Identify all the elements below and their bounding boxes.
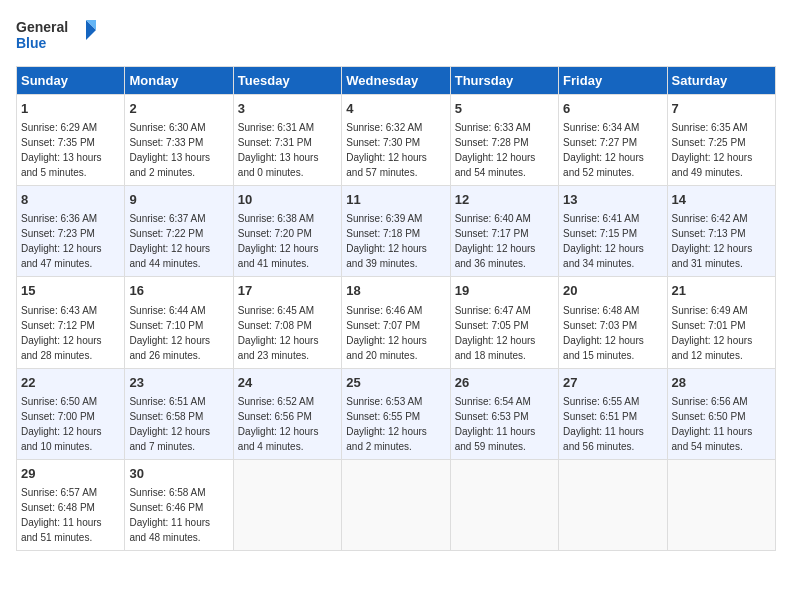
cell-sunrise: Sunrise: 6:31 AM [238, 122, 314, 133]
cell-sunset: Sunset: 6:56 PM [238, 411, 312, 422]
cell-daylight: Daylight: 12 hours and 12 minutes. [672, 335, 753, 361]
cell-daylight: Daylight: 12 hours and 54 minutes. [455, 152, 536, 178]
svg-text:Blue: Blue [16, 35, 47, 51]
week-row-1: 1Sunrise: 6:29 AMSunset: 7:35 PMDaylight… [17, 95, 776, 186]
cell-sunrise: Sunrise: 6:43 AM [21, 305, 97, 316]
cell-sunset: Sunset: 7:03 PM [563, 320, 637, 331]
calendar-cell: 5Sunrise: 6:33 AMSunset: 7:28 PMDaylight… [450, 95, 558, 186]
cell-sunset: Sunset: 6:50 PM [672, 411, 746, 422]
day-number: 4 [346, 100, 445, 118]
cell-sunrise: Sunrise: 6:53 AM [346, 396, 422, 407]
cell-daylight: Daylight: 13 hours and 2 minutes. [129, 152, 210, 178]
cell-daylight: Daylight: 12 hours and 36 minutes. [455, 243, 536, 269]
cell-daylight: Daylight: 12 hours and 20 minutes. [346, 335, 427, 361]
day-number: 2 [129, 100, 228, 118]
day-number: 6 [563, 100, 662, 118]
cell-sunset: Sunset: 6:46 PM [129, 502, 203, 513]
cell-sunset: Sunset: 7:33 PM [129, 137, 203, 148]
calendar-cell [450, 459, 558, 550]
cell-daylight: Daylight: 12 hours and 18 minutes. [455, 335, 536, 361]
cell-sunset: Sunset: 7:35 PM [21, 137, 95, 148]
cell-sunset: Sunset: 7:20 PM [238, 228, 312, 239]
cell-sunrise: Sunrise: 6:49 AM [672, 305, 748, 316]
cell-sunrise: Sunrise: 6:47 AM [455, 305, 531, 316]
calendar-cell [233, 459, 341, 550]
cell-daylight: Daylight: 12 hours and 23 minutes. [238, 335, 319, 361]
cell-sunset: Sunset: 7:08 PM [238, 320, 312, 331]
weekday-header-row: SundayMondayTuesdayWednesdayThursdayFrid… [17, 67, 776, 95]
day-number: 16 [129, 282, 228, 300]
calendar-cell: 12Sunrise: 6:40 AMSunset: 7:17 PMDayligh… [450, 186, 558, 277]
cell-daylight: Daylight: 12 hours and 34 minutes. [563, 243, 644, 269]
cell-daylight: Daylight: 12 hours and 49 minutes. [672, 152, 753, 178]
cell-sunrise: Sunrise: 6:55 AM [563, 396, 639, 407]
cell-sunset: Sunset: 6:53 PM [455, 411, 529, 422]
cell-sunrise: Sunrise: 6:40 AM [455, 213, 531, 224]
calendar-cell: 24Sunrise: 6:52 AMSunset: 6:56 PMDayligh… [233, 368, 341, 459]
cell-sunset: Sunset: 7:17 PM [455, 228, 529, 239]
cell-daylight: Daylight: 12 hours and 52 minutes. [563, 152, 644, 178]
calendar-cell: 11Sunrise: 6:39 AMSunset: 7:18 PMDayligh… [342, 186, 450, 277]
calendar-cell: 9Sunrise: 6:37 AMSunset: 7:22 PMDaylight… [125, 186, 233, 277]
day-number: 28 [672, 374, 771, 392]
calendar-cell: 2Sunrise: 6:30 AMSunset: 7:33 PMDaylight… [125, 95, 233, 186]
cell-sunrise: Sunrise: 6:32 AM [346, 122, 422, 133]
day-number: 8 [21, 191, 120, 209]
calendar-table: SundayMondayTuesdayWednesdayThursdayFrid… [16, 66, 776, 551]
day-number: 29 [21, 465, 120, 483]
day-number: 15 [21, 282, 120, 300]
day-number: 10 [238, 191, 337, 209]
calendar-cell: 23Sunrise: 6:51 AMSunset: 6:58 PMDayligh… [125, 368, 233, 459]
cell-sunset: Sunset: 7:18 PM [346, 228, 420, 239]
day-number: 9 [129, 191, 228, 209]
cell-sunset: Sunset: 7:30 PM [346, 137, 420, 148]
cell-sunset: Sunset: 7:25 PM [672, 137, 746, 148]
cell-sunrise: Sunrise: 6:57 AM [21, 487, 97, 498]
cell-sunset: Sunset: 7:01 PM [672, 320, 746, 331]
cell-sunrise: Sunrise: 6:34 AM [563, 122, 639, 133]
cell-sunrise: Sunrise: 6:54 AM [455, 396, 531, 407]
cell-sunrise: Sunrise: 6:36 AM [21, 213, 97, 224]
weekday-header-thursday: Thursday [450, 67, 558, 95]
cell-daylight: Daylight: 12 hours and 28 minutes. [21, 335, 102, 361]
generalblue-logo-svg: General Blue [16, 16, 96, 56]
day-number: 30 [129, 465, 228, 483]
weekday-header-wednesday: Wednesday [342, 67, 450, 95]
cell-sunset: Sunset: 7:22 PM [129, 228, 203, 239]
weekday-header-sunday: Sunday [17, 67, 125, 95]
cell-sunrise: Sunrise: 6:37 AM [129, 213, 205, 224]
day-number: 3 [238, 100, 337, 118]
day-number: 11 [346, 191, 445, 209]
weekday-header-tuesday: Tuesday [233, 67, 341, 95]
cell-daylight: Daylight: 12 hours and 7 minutes. [129, 426, 210, 452]
cell-sunrise: Sunrise: 6:38 AM [238, 213, 314, 224]
calendar-cell: 17Sunrise: 6:45 AMSunset: 7:08 PMDayligh… [233, 277, 341, 368]
cell-daylight: Daylight: 12 hours and 2 minutes. [346, 426, 427, 452]
cell-daylight: Daylight: 12 hours and 57 minutes. [346, 152, 427, 178]
cell-daylight: Daylight: 11 hours and 59 minutes. [455, 426, 536, 452]
cell-sunset: Sunset: 7:23 PM [21, 228, 95, 239]
cell-sunrise: Sunrise: 6:42 AM [672, 213, 748, 224]
cell-daylight: Daylight: 11 hours and 54 minutes. [672, 426, 753, 452]
calendar-cell: 21Sunrise: 6:49 AMSunset: 7:01 PMDayligh… [667, 277, 775, 368]
day-number: 27 [563, 374, 662, 392]
week-row-5: 29Sunrise: 6:57 AMSunset: 6:48 PMDayligh… [17, 459, 776, 550]
calendar-cell: 1Sunrise: 6:29 AMSunset: 7:35 PMDaylight… [17, 95, 125, 186]
day-number: 1 [21, 100, 120, 118]
day-number: 23 [129, 374, 228, 392]
cell-sunrise: Sunrise: 6:44 AM [129, 305, 205, 316]
calendar-cell: 4Sunrise: 6:32 AMSunset: 7:30 PMDaylight… [342, 95, 450, 186]
cell-sunrise: Sunrise: 6:29 AM [21, 122, 97, 133]
cell-daylight: Daylight: 12 hours and 15 minutes. [563, 335, 644, 361]
day-number: 18 [346, 282, 445, 300]
cell-sunset: Sunset: 6:58 PM [129, 411, 203, 422]
calendar-cell [667, 459, 775, 550]
cell-sunrise: Sunrise: 6:58 AM [129, 487, 205, 498]
cell-sunrise: Sunrise: 6:52 AM [238, 396, 314, 407]
day-number: 25 [346, 374, 445, 392]
calendar-cell: 20Sunrise: 6:48 AMSunset: 7:03 PMDayligh… [559, 277, 667, 368]
calendar-cell: 3Sunrise: 6:31 AMSunset: 7:31 PMDaylight… [233, 95, 341, 186]
cell-daylight: Daylight: 11 hours and 56 minutes. [563, 426, 644, 452]
week-row-4: 22Sunrise: 6:50 AMSunset: 7:00 PMDayligh… [17, 368, 776, 459]
calendar-cell: 22Sunrise: 6:50 AMSunset: 7:00 PMDayligh… [17, 368, 125, 459]
